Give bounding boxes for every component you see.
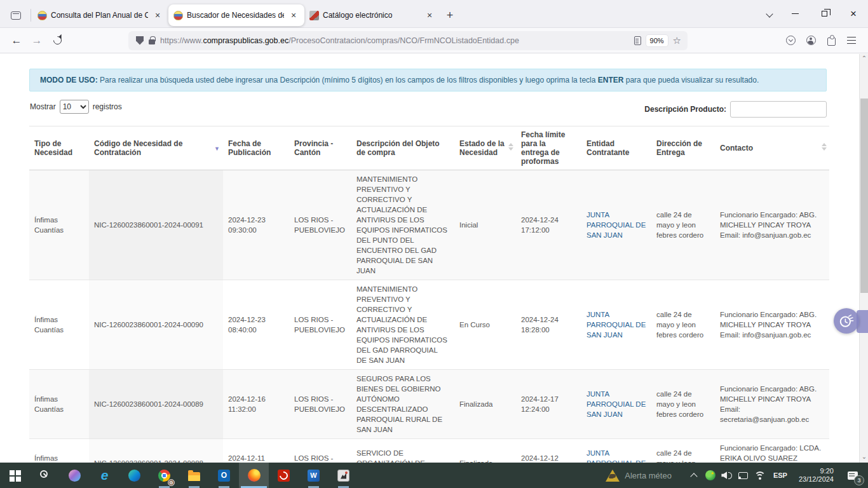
taskbar-apps: eGOW: [0, 463, 358, 488]
contact-funcionario: Funcionario Encargado: LCDA. ERIKA OLIVO…: [720, 443, 824, 463]
volume-wave-icon: [728, 472, 732, 479]
header-provincia-canton[interactable]: Provincia - Cantón: [289, 126, 351, 170]
tab-title: Buscador de Necesidades de Co: [187, 11, 284, 20]
cell-direccion: calle 24 de mayo y leon febres cordero: [651, 280, 715, 370]
header-fecha-publicacion[interactable]: Fecha de Publicación: [223, 126, 289, 170]
screen: Consulta del Plan Anual de Con × Buscado…: [0, 0, 868, 488]
entity-link[interactable]: JUNTA PARROQUIAL DE SAN JUAN: [587, 449, 646, 463]
copilot-taskbar-button[interactable]: [60, 463, 90, 488]
url-bar[interactable]: https://www.compraspublicas.gob.ec/Proce…: [128, 31, 688, 50]
header-descripcion-objeto[interactable]: Descripción del Objeto de compra: [351, 126, 454, 170]
entity-link[interactable]: JUNTA PARROQUIAL DE SAN JUAN: [587, 211, 646, 239]
reload-button[interactable]: [47, 31, 67, 50]
cast-button[interactable]: [735, 463, 752, 488]
sort-both-icon: [822, 143, 827, 151]
cell-tipo: Ínfimas Cuantías: [29, 439, 89, 463]
account-icon: [806, 36, 816, 45]
forward-button[interactable]: →: [27, 31, 47, 50]
cell-fecha-publicacion: 2024-12-16 11:32:00: [223, 370, 289, 439]
antivirus-tray-button[interactable]: [702, 463, 719, 488]
header-entidad-contratante[interactable]: Entidad Contratante: [581, 126, 651, 170]
extensions-icon: [827, 37, 836, 46]
header-fecha-limite[interactable]: Fecha límite para la entrega de proforma…: [516, 126, 581, 170]
tab-consulta-plan-anual[interactable]: Consulta del Plan Anual de Con ×: [32, 4, 168, 26]
restore-button[interactable]: [810, 2, 839, 26]
ecuador-crest-favicon: [173, 11, 183, 20]
entity-link[interactable]: JUNTA PARROQUIAL DE SAN JUAN: [587, 390, 646, 418]
outlook-taskbar-button[interactable]: O: [209, 463, 239, 488]
product-filter-label: Descripción Producto:: [644, 105, 726, 114]
header-tipo-necesidad[interactable]: Tipo de Necesidad: [29, 126, 89, 170]
edge-taskbar-button[interactable]: [119, 463, 149, 488]
cell-fecha-limite: 2024-12-24 18:28:00: [516, 280, 581, 370]
internet-explorer-icon: e: [98, 469, 111, 482]
tab-catalogo-electronico[interactable]: Catálogo electrónico ×: [304, 4, 440, 26]
table-row: Ínfimas CuantíasNIC-1260023860001-2024-0…: [29, 170, 829, 280]
scroll-up-arrow-icon[interactable]: ⌃: [860, 55, 868, 64]
menu-button[interactable]: [841, 31, 862, 50]
product-description-input[interactable]: [730, 101, 827, 118]
header-direccion-entrega[interactable]: Dirección de Entrega: [651, 126, 715, 170]
results-table: Tipo de Necesidad Código de Necesidad de…: [29, 126, 829, 463]
records-per-page-select[interactable]: 10: [60, 100, 89, 114]
extensions-button[interactable]: [821, 31, 841, 50]
scroll-down-arrow-icon[interactable]: ⌄: [860, 453, 868, 462]
zoom-level-indicator[interactable]: 90%: [646, 35, 668, 46]
cell-fecha-publicacion: 2024-12-11 16:06:00: [223, 439, 289, 463]
navigation-toolbar: ← → https://www.compraspublicas.gob.ec/P…: [0, 28, 868, 53]
firefox-taskbar-button[interactable]: [239, 463, 269, 488]
language-indicator[interactable]: ESP: [768, 471, 792, 479]
weather-alert[interactable]: Alerta méteo: [606, 470, 672, 482]
scrollbar-thumb[interactable]: [860, 98, 868, 293]
list-all-tabs-button[interactable]: [759, 4, 780, 26]
tray-expand-button[interactable]: [686, 463, 702, 488]
bookmark-star-icon[interactable]: ☆: [673, 35, 681, 46]
wifi-button[interactable]: [752, 463, 768, 488]
notification-center-button[interactable]: 3: [840, 463, 865, 488]
new-tab-button[interactable]: +: [440, 6, 459, 25]
notification-count-badge: 3: [854, 475, 864, 485]
tab-close-icon[interactable]: ×: [424, 10, 435, 20]
timer-clock-icon[interactable]: [834, 308, 859, 334]
outlook-icon: O: [218, 470, 230, 482]
pocket-button[interactable]: [780, 31, 801, 50]
lock-icon[interactable]: [149, 39, 155, 44]
tab-close-icon[interactable]: ×: [152, 10, 163, 20]
header-contacto[interactable]: Contacto: [715, 126, 829, 170]
firefox-icon: [248, 469, 261, 482]
cell-provincia: LOS RIOS - PUEBLOVIEJO: [289, 370, 351, 439]
vertical-scrollbar[interactable]: ⌃ ⌄: [859, 54, 868, 463]
search-taskbar-button[interactable]: [30, 463, 60, 488]
taskbar: eGOW Alerta méteo ESP 9:20 23/12/2024 3: [0, 463, 868, 488]
cell-contacto: Funcionario Encargado: ABG. MICHELLY PIN…: [715, 370, 829, 439]
tracking-shield-icon[interactable]: [136, 36, 144, 45]
clock-time: 9:20: [799, 467, 834, 475]
account-button[interactable]: [801, 31, 821, 50]
hamburger-menu-icon: [847, 37, 856, 44]
tab-close-icon[interactable]: ×: [288, 10, 299, 20]
tab-buscador-necesidades[interactable]: Buscador de Necesidades de Co ×: [168, 4, 304, 26]
firefox-view-button[interactable]: [5, 4, 27, 26]
header-codigo-necesidad[interactable]: Código de Necesidad de Contratación▼: [89, 126, 223, 170]
file-explorer-taskbar-button[interactable]: [179, 463, 209, 488]
close-button[interactable]: ×: [839, 2, 868, 26]
floating-timer-widget[interactable]: [832, 308, 868, 335]
back-button[interactable]: ←: [6, 31, 27, 50]
word-taskbar-button[interactable]: W: [299, 463, 329, 488]
entity-link[interactable]: JUNTA PARROQUIAL DE SAN JUAN: [587, 311, 646, 339]
cell-estado: Finalizada: [454, 439, 516, 463]
java-app-taskbar-button[interactable]: [329, 463, 358, 488]
acrobat-taskbar-button[interactable]: [269, 463, 299, 488]
windows-start-taskbar-button[interactable]: [0, 463, 30, 488]
chrome-taskbar-button[interactable]: G: [149, 463, 179, 488]
minimize-button[interactable]: [780, 2, 810, 26]
reader-view-icon[interactable]: [634, 36, 641, 45]
header-estado-necesidad[interactable]: Estado de la Necesidad: [454, 126, 516, 170]
cell-descripcion: SERVICIO DE ORGANIZACIÓN DE EVENTO: [351, 439, 454, 463]
contact-email: Email: info@sanjuan.gob.ec: [720, 330, 824, 340]
internet-explorer-taskbar-button[interactable]: e: [90, 463, 119, 488]
clock[interactable]: 9:20 23/12/2024: [792, 467, 840, 484]
cell-estado: Inicial: [454, 170, 516, 280]
cell-estado: Finalizada: [454, 370, 516, 439]
volume-button[interactable]: [719, 463, 735, 488]
